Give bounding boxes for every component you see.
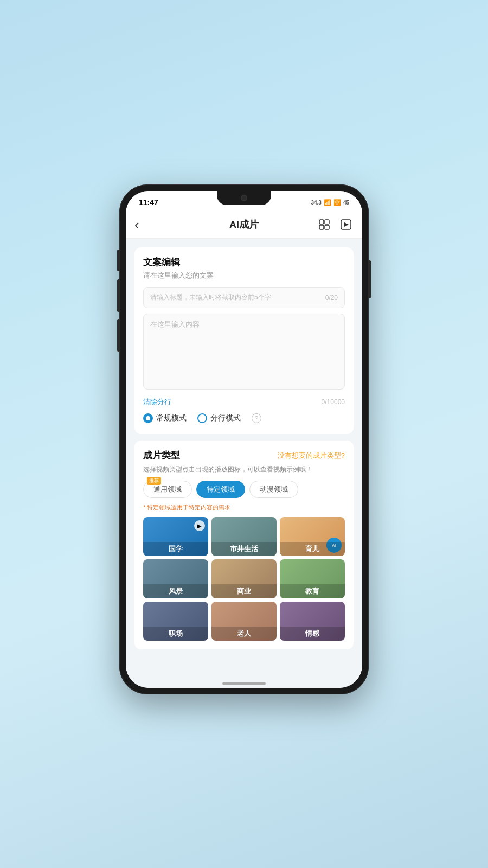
category-jiaoyu[interactable]: 教育 <box>280 559 345 598</box>
guoxue-label: 国学 <box>143 542 208 556</box>
clear-button[interactable]: 清除分行 <box>143 397 171 407</box>
title-input-row[interactable]: 请输入标题，未输入时将截取内容前5个字 0/20 <box>143 287 345 308</box>
play-icon[interactable] <box>338 217 354 232</box>
svg-rect-2 <box>319 225 324 229</box>
category-fengjing[interactable]: 风景 <box>143 559 208 598</box>
type-tabs: 通用领域 特定领域 动漫领域 <box>143 481 345 498</box>
category-yuer[interactable]: AI 育儿 <box>280 517 345 556</box>
play-button-guoxue[interactable]: ▶ <box>194 520 205 531</box>
split-mode-label: 分行模式 <box>210 413 241 423</box>
category-guoxue[interactable]: ▶ 国学 <box>143 517 208 556</box>
tab-anime[interactable]: 动漫领域 <box>249 481 298 498</box>
camera <box>241 195 247 201</box>
tab-specific[interactable]: 特定领域 <box>196 481 245 498</box>
svg-rect-0 <box>319 220 324 224</box>
battery-icon: 45 <box>343 200 349 206</box>
shangye-label: 商业 <box>211 584 277 598</box>
nav-actions <box>317 217 354 232</box>
notch <box>217 191 271 205</box>
phone-content[interactable]: 文案编辑 请在这里输入您的文案 请输入标题，未输入时将截取内容前5个字 0/20… <box>126 239 362 688</box>
category-shijing[interactable]: 市井生活 <box>211 517 277 556</box>
mode-selector: 常规模式 分行模式 ? <box>143 407 345 425</box>
qinggan-label: 情感 <box>280 627 345 641</box>
category-zhichang[interactable]: 职场 <box>143 602 208 641</box>
zhichang-label: 职场 <box>143 627 208 641</box>
phone-mockup: 11:47 34.3 📶 🛜 45 ‹ AI成片 <box>119 184 369 825</box>
content-placeholder: 在这里输入内容 <box>150 320 200 328</box>
help-icon[interactable]: ? <box>252 413 261 423</box>
network-speed: 34.3 <box>311 200 321 206</box>
category-shangye[interactable]: 商业 <box>211 559 277 598</box>
phone-screen: 11:47 34.3 📶 🛜 45 ‹ AI成片 <box>126 191 362 688</box>
status-time: 11:47 <box>139 198 158 207</box>
back-button[interactable]: ‹ <box>134 218 152 232</box>
svg-rect-1 <box>325 220 329 224</box>
status-icons: 34.3 📶 🛜 45 <box>311 199 349 206</box>
svg-rect-3 <box>325 225 329 229</box>
yuer-label: 育儿 <box>280 542 345 556</box>
gallery-icon[interactable] <box>317 217 332 232</box>
content-input[interactable]: 在这里输入内容 <box>143 314 345 390</box>
volume-down-button <box>117 319 120 352</box>
copy-edit-section: 文案编辑 请在这里输入您的文案 请输入标题，未输入时将截取内容前5个字 0/20… <box>134 247 354 434</box>
domain-hint: * 特定领域适用于特定内容的需求 <box>143 503 345 512</box>
jiaoyu-label: 教育 <box>280 584 345 598</box>
silent-button <box>117 250 120 271</box>
type-description: 选择视频类型点击出现的播放图标，可以查看视频示例哦！ <box>143 465 345 474</box>
volume-up-button <box>117 279 120 312</box>
split-mode-radio[interactable] <box>197 413 207 423</box>
power-button <box>368 260 371 298</box>
tab-general[interactable]: 通用领域 <box>143 481 192 498</box>
category-qinggan[interactable]: 情感 <box>280 602 345 641</box>
normal-mode-radio[interactable] <box>143 413 153 423</box>
shijing-label: 市井生活 <box>211 542 277 556</box>
type-header: 成片类型 没有想要的成片类型? <box>143 449 345 462</box>
split-mode-option[interactable]: 分行模式 <box>197 413 241 423</box>
title-count: 0/20 <box>325 294 338 302</box>
phone-outer: 11:47 34.3 📶 🛜 45 ‹ AI成片 <box>119 184 369 694</box>
fengjing-label: 风景 <box>143 584 208 598</box>
normal-mode-label: 常规模式 <box>156 413 187 423</box>
top-navigation: ‹ AI成片 <box>126 210 362 239</box>
word-count: 0/10000 <box>322 398 345 406</box>
laoren-label: 老人 <box>211 627 277 641</box>
home-indicator <box>222 682 266 685</box>
normal-mode-option[interactable]: 常规模式 <box>143 413 187 423</box>
title-placeholder: 请输入标题，未输入时将截取内容前5个字 <box>150 293 325 302</box>
type-title: 成片类型 <box>143 449 180 462</box>
copy-section-title: 文案编辑 <box>143 256 345 269</box>
nav-title: AI成片 <box>229 218 259 231</box>
input-footer: 清除分行 0/10000 <box>143 395 345 407</box>
copy-section-hint: 请在这里输入您的文案 <box>143 271 345 280</box>
type-link[interactable]: 没有想要的成片类型? <box>278 451 345 461</box>
signal-icon: 📶 <box>324 199 331 206</box>
category-laoren[interactable]: 老人 <box>211 602 277 641</box>
wifi-icon: 🛜 <box>333 199 341 206</box>
svg-marker-5 <box>344 222 349 227</box>
category-grid: ▶ 国学 市井生活 AI <box>143 517 345 641</box>
video-type-section: 成片类型 没有想要的成片类型? 选择视频类型点击出现的播放图标，可以查看视频示例… <box>134 441 354 649</box>
